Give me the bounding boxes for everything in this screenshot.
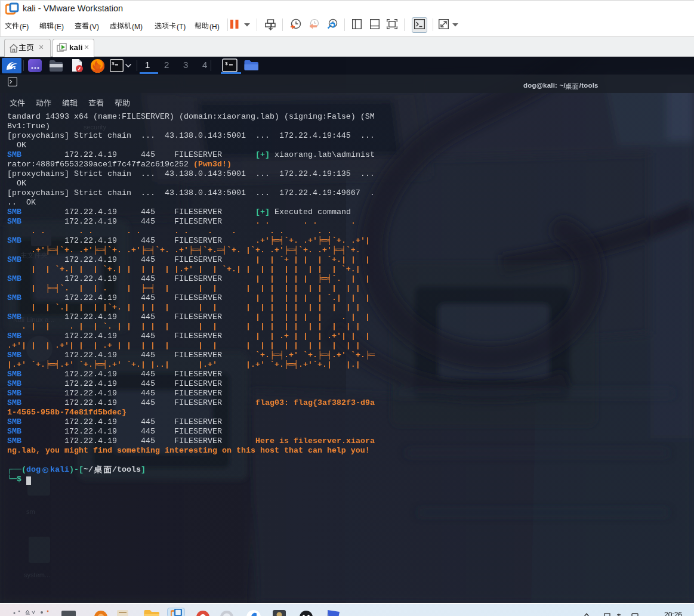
svg-text:$: $ — [112, 61, 115, 66]
svg-text:$: $ — [225, 61, 228, 66]
